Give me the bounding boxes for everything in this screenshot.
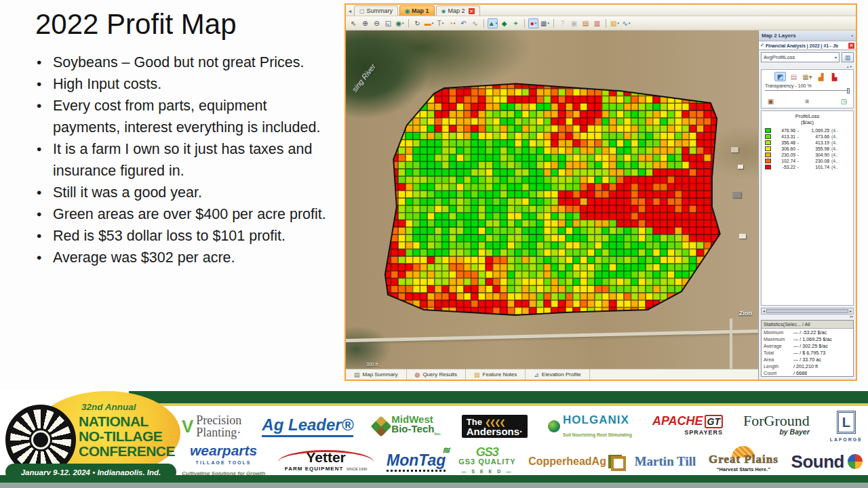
sponsor-banner: 32nd Annual NATIONAL NO-TILLAGE CONFEREN… (0, 390, 868, 488)
legend-setup-icon[interactable]: ▣ (765, 96, 776, 106)
ranges-icon[interactable]: ▙ (829, 72, 840, 81)
toolbar-separator (408, 19, 409, 28)
legend-row: 356.48-413.19(4.. (763, 140, 852, 146)
farm-building (731, 147, 738, 152)
notes-icon[interactable]: ▧▾ (610, 18, 620, 28)
legend-edit-icon[interactable]: ◩ (774, 72, 786, 81)
precision-v-icon: V (182, 420, 193, 433)
ellipse-tool-icon[interactable]: ●▾ (528, 18, 538, 28)
histogram-icon[interactable]: ▟ (815, 72, 827, 81)
bullet-item: Every cost from parts, equipment payment… (31, 95, 336, 138)
road-vertical (730, 319, 732, 369)
logo-yetter: YetterFARM EQUIPMENT SINCE 1930 (278, 450, 374, 473)
layer-item[interactable]: ✓ Financial Analysis | 2022 | #1 - Jb ✕ (759, 41, 856, 50)
elevation-profile-icon: ⊿ (534, 371, 539, 378)
feature-notes-icon: ▧ (474, 371, 480, 378)
export-report-icon[interactable]: ▤ (580, 18, 591, 28)
legend-swatch (765, 128, 771, 133)
slide-background: 2022 Profit Map Soybeans – Good but not … (0, 0, 868, 488)
list-menu-icon[interactable]: ≡ (802, 96, 813, 106)
toolbar-separator (524, 19, 525, 28)
attribute-dropdown[interactable]: AvgProfitLoss ▾ (761, 52, 840, 62)
logo-midwest-biotech: MidWestBio-TechInc. (374, 415, 441, 439)
panel-h-scrollbar[interactable]: ◄ ► (761, 308, 854, 314)
globe-view-icon[interactable]: ◉▾ (395, 18, 405, 28)
surface-icon[interactable]: ✦ (511, 18, 521, 28)
bullet-item: Green areas are over $400 per acre profi… (31, 203, 336, 225)
bullet-item: Soybeans – Good but not great Prices. (31, 52, 336, 73)
profile-chart-icon[interactable]: ∿▾ (621, 18, 631, 28)
polyline-icon[interactable]: ∿ (470, 18, 480, 28)
refresh-icon[interactable]: ↻ (412, 18, 422, 28)
farm-building (739, 234, 746, 239)
window-tab-summary[interactable]: ▢Summary (354, 5, 398, 16)
logo-forground: ForGroundby Bayer (743, 415, 810, 437)
tab-scroll-left-icon[interactable]: ◂ (349, 8, 351, 14)
checkbox-icon[interactable]: ✓ (760, 43, 764, 48)
chart-icon[interactable]: ▤ (788, 72, 800, 81)
bottom-tab-feature-notes[interactable]: ▧Feature Notes (466, 369, 526, 380)
laforge-l-icon: L (837, 411, 856, 434)
palette-icon[interactable]: ◔▾ (447, 18, 457, 28)
summary-icon: ▢ (359, 8, 365, 14)
statistics-box: Statistics(Selec... / All Minimum— / -53… (761, 320, 854, 377)
text-label-icon[interactable]: T▾ (435, 18, 446, 28)
grid-table-icon[interactable]: ▦▾ (540, 18, 550, 28)
legend-row: -53.22-101.74(4.. (763, 164, 852, 170)
aerial-map-view[interactable]: sing River Zion 300 ft (346, 30, 758, 369)
window-tab-map-2[interactable]: ◉Map 2✕ (436, 5, 480, 16)
zoom-to-layer-icon[interactable]: ◳ (838, 96, 850, 106)
undo-icon[interactable]: ↶ (458, 18, 469, 28)
logo-sound-agriculture: Sound (791, 451, 863, 472)
legend-swatch (765, 134, 771, 139)
zoom-out-icon[interactable]: ⊖ (372, 18, 382, 28)
farm-building (738, 165, 743, 169)
bottom-tab-query-results[interactable]: ◍Query Results (407, 369, 467, 380)
export-map-icon[interactable]: ▥ (592, 18, 602, 28)
zoom-box-icon[interactable]: ◱ (383, 18, 393, 28)
window-tab-map-1[interactable]: ◉Map 1 (399, 5, 435, 16)
stat-row: Area— / 33.70 ac (762, 356, 853, 363)
help-icon[interactable]: ? (557, 18, 568, 28)
logo-holganix: HOLGANIXSoil Nourishing Root Stimulating (548, 413, 632, 439)
panel-mini-scroll[interactable]: ▴▾ (759, 63, 856, 69)
window-tab-bar: ◂ ▢Summary◉Map 1◉Map 2✕ (346, 5, 856, 16)
copy-icon[interactable]: ▣ (569, 18, 579, 28)
map-summary-icon: ▤ (354, 371, 360, 378)
copperhead-squares-icon (608, 455, 622, 468)
legend-title: Profit/Loss ($/ac) (762, 111, 853, 125)
bullet-item: High Input costs. (31, 73, 336, 95)
terrain-view-icon[interactable]: ▲▾ (488, 18, 498, 28)
chevron-down-icon: ▾ (835, 55, 837, 60)
layers-panel: Map 2 Layers ▪ ✓ Financial Analysis | 20… (758, 30, 856, 380)
layer-add-button[interactable]: ▥ (842, 52, 854, 62)
measure-icon[interactable]: ▬▾ (424, 18, 434, 28)
road-horizontal (346, 329, 758, 342)
scroll-right-icon: ► (849, 309, 852, 313)
panel-collapse-icons[interactable]: ▾▾ (759, 314, 856, 320)
layer-options-icon[interactable]: ▦▾ (802, 72, 813, 81)
bottom-tab-map-summary[interactable]: ▤Map Summary (346, 369, 407, 380)
profit-grid-overlay[interactable] (376, 81, 726, 322)
transparency-label: Transparency - 100 % (762, 82, 853, 88)
place-label-zion: Zion (739, 310, 752, 317)
view-3d-icon[interactable]: ◆ (499, 18, 509, 28)
transparency-slider[interactable] (765, 90, 850, 92)
logo-the-andersons: The❮❮❮❮Andersons· (462, 415, 528, 438)
sound-pinwheel-icon (848, 454, 863, 469)
statistics-header: Statistics(Selec... / All (762, 321, 853, 329)
close-icon[interactable]: ✕ (469, 8, 475, 14)
farm-building (732, 192, 741, 198)
pin-icon[interactable]: ▪ (852, 33, 853, 38)
layer-close-icon[interactable]: ✕ (848, 43, 854, 49)
bottom-tab-elevation-profile[interactable]: ⊿Elevation Profile (526, 369, 589, 380)
map-scale-label: 300 ft (366, 362, 378, 367)
stat-row: Count/ 6688 (762, 369, 853, 376)
stat-row: Total— / $ 6,795.73 (762, 349, 853, 356)
select-icon[interactable]: ⇖ (349, 18, 359, 28)
globe-icon: ◉ (441, 8, 446, 14)
stat-row: Length/ 201,210 ft (762, 363, 853, 369)
legend-swatch (765, 159, 771, 163)
zoom-in-icon[interactable]: ⊕ (360, 18, 370, 28)
bullet-list: Soybeans – Good but not great Prices.Hig… (31, 52, 336, 268)
